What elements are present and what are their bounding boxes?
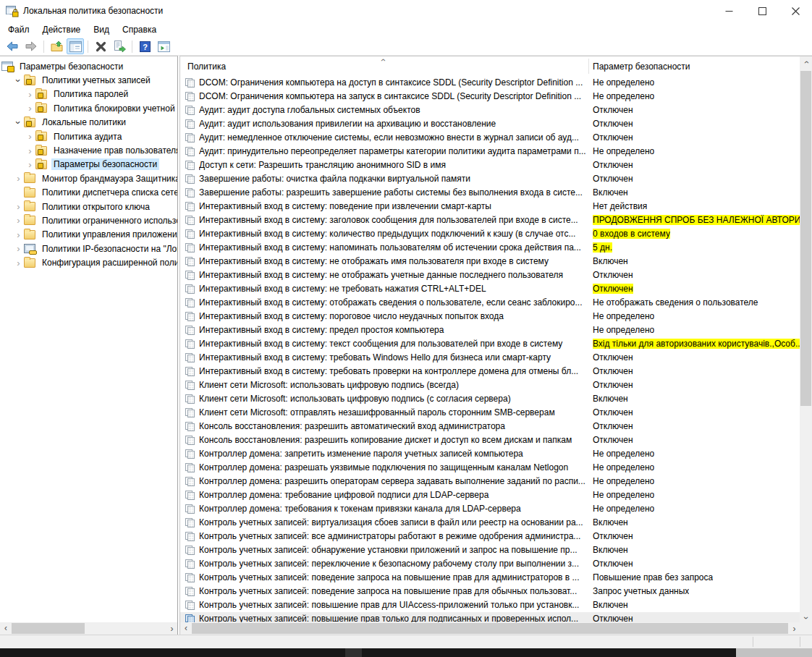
table-row[interactable]: Аудит: аудит использования привилегии на…: [180, 117, 800, 131]
list-vertical-scrollbar[interactable]: [800, 56, 812, 623]
scroll-left-icon[interactable]: [0, 622, 11, 635]
table-row[interactable]: DCOM: Ограничения компьютера на доступ в…: [180, 76, 800, 90]
menu-help[interactable]: Справка: [116, 22, 163, 37]
up-one-level-icon[interactable]: [48, 38, 65, 54]
table-row[interactable]: Интерактивный вход в систему: напоминать…: [180, 241, 800, 255]
table-row[interactable]: Контроль учетных записей: поведение запр…: [180, 571, 800, 585]
table-row[interactable]: Завершение работы: разрешить завершение …: [180, 186, 800, 200]
table-row[interactable]: Интерактивный вход в систему: пороговое …: [180, 310, 800, 323]
table-row[interactable]: Контроллер домена: разрешать уязвимые по…: [180, 461, 800, 475]
chevron-icon[interactable]: [13, 174, 24, 183]
show-console-tree-icon[interactable]: [67, 38, 84, 54]
table-row[interactable]: Интерактивный вход в систему: заголовок …: [180, 213, 800, 227]
scrollbar-thumb[interactable]: [12, 623, 85, 634]
tree-item[interactable]: Конфигурация расширенной полит: [0, 255, 177, 269]
table-row[interactable]: Контроллер домена: запретить изменение п…: [180, 447, 800, 461]
tree-item[interactable]: Политики IP-безопасности на "Лок: [0, 242, 177, 255]
scrollbar-thumb[interactable]: [800, 71, 811, 406]
tree-item[interactable]: Назначение прав пользователя: [0, 143, 177, 157]
table-row[interactable]: Интерактивный вход в систему: текст сооб…: [180, 337, 800, 351]
table-row[interactable]: Контроллер домена: разрешить операторам …: [180, 475, 800, 488]
scroll-down-icon[interactable]: [800, 612, 812, 623]
tree-item[interactable]: Локальные политики: [0, 116, 177, 130]
help-icon[interactable]: ?: [136, 38, 153, 54]
security-setting-cell: Включен: [593, 517, 628, 527]
scroll-up-icon[interactable]: [800, 56, 812, 67]
table-row[interactable]: Контроль учетных записей: поведение запр…: [180, 585, 800, 598]
sort-ascending-icon[interactable]: [381, 56, 384, 65]
chevron-icon[interactable]: [13, 118, 24, 127]
chevron-icon[interactable]: [25, 160, 35, 169]
list-horizontal-scrollbar[interactable]: [180, 622, 800, 635]
table-row[interactable]: Завершение работы: очистка файла подкачк…: [180, 172, 800, 186]
tree-item[interactable]: Политики открытого ключа: [0, 200, 177, 213]
scroll-right-icon[interactable]: [789, 622, 800, 635]
column-header-security-setting[interactable]: Параметр безопасности: [593, 62, 690, 72]
table-row[interactable]: Консоль восстановления: разрешить копиро…: [180, 433, 800, 447]
menu-file[interactable]: Файл: [1, 22, 36, 37]
minimize-button[interactable]: [712, 0, 745, 22]
show-window-icon[interactable]: [155, 38, 172, 54]
chevron-icon[interactable]: [25, 90, 35, 99]
table-row[interactable]: Интерактивный вход в систему: не требова…: [180, 282, 800, 296]
table-row[interactable]: Интерактивный вход в систему: не отображ…: [180, 268, 800, 282]
tree-item[interactable]: Политики учетных записей: [0, 73, 177, 87]
tree-item[interactable]: Параметры безопасности: [0, 59, 177, 73]
tree-item[interactable]: Политики управления приложения: [0, 228, 177, 242]
table-row[interactable]: Клиент сети Microsoft: использовать цифр…: [180, 378, 800, 392]
chevron-icon[interactable]: [13, 244, 24, 253]
menu-action[interactable]: Действие: [36, 22, 88, 37]
tree-item[interactable]: Политики ограниченного использо: [0, 213, 177, 227]
delete-icon[interactable]: [92, 38, 109, 54]
chevron-icon[interactable]: [13, 216, 24, 225]
tree-item[interactable]: Монитор брандмауэра Защитника ': [0, 171, 177, 185]
table-row[interactable]: Клиент сети Microsoft: использовать цифр…: [180, 392, 800, 406]
table-row[interactable]: Контроль учетных записей: переключение к…: [180, 557, 800, 571]
table-row[interactable]: Интерактивный вход в систему: отображать…: [180, 296, 800, 310]
column-header-policy[interactable]: Политика: [187, 62, 226, 72]
table-row[interactable]: DCOM: Ограничения компьютера на запуск в…: [180, 90, 800, 103]
table-row[interactable]: Контроль учетных записей: все администра…: [180, 530, 800, 543]
tree-item[interactable]: Политика аудита: [0, 130, 177, 143]
chevron-icon[interactable]: [13, 202, 24, 211]
tree-item[interactable]: Политика паролей: [0, 88, 177, 101]
chevron-icon[interactable]: [13, 230, 24, 240]
table-row[interactable]: Консоль восстановления: разрешить автома…: [180, 420, 800, 433]
chevron-icon[interactable]: [13, 258, 24, 268]
export-list-icon[interactable]: [111, 38, 128, 54]
table-row[interactable]: Контроль учетных записей: виртуализация …: [180, 516, 800, 530]
menu-view[interactable]: Вид: [87, 22, 116, 37]
chevron-icon[interactable]: [25, 146, 35, 156]
tree-item[interactable]: Политика блокировки учетной з: [0, 101, 177, 115]
close-button[interactable]: [779, 0, 812, 22]
chevron-icon[interactable]: [25, 132, 35, 141]
table-row[interactable]: Контроль учетных записей: обнаружение ус…: [180, 543, 800, 557]
chevron-icon[interactable]: [25, 103, 35, 113]
table-row[interactable]: Интерактивный вход в систему: количество…: [180, 227, 800, 241]
tree-horizontal-scrollbar[interactable]: [0, 622, 177, 635]
table-row[interactable]: Аудит: аудит доступа глобальных системны…: [180, 103, 800, 117]
table-row[interactable]: Клиент сети Microsoft: отправлять незаши…: [180, 406, 800, 420]
forward-icon[interactable]: [22, 38, 40, 54]
table-row[interactable]: Доступ к сети: Разрешить трансляцию анон…: [180, 158, 800, 172]
table-row[interactable]: Аудит: немедленное отключение системы, е…: [180, 131, 800, 145]
table-row[interactable]: Интерактивный вход в систему: не отображ…: [180, 255, 800, 268]
table-row[interactable]: Интерактивный вход в систему: требовать …: [180, 365, 800, 378]
table-row[interactable]: Контроль учетных записей: повышение прав…: [180, 612, 800, 623]
tree-item[interactable]: Параметры безопасности: [0, 158, 177, 171]
table-row[interactable]: Интерактивный вход в систему: поведение …: [180, 200, 800, 213]
table-row[interactable]: Аудит: принудительно переопределяет пара…: [180, 145, 800, 158]
column-divider[interactable]: [588, 59, 589, 74]
tree-item[interactable]: Политики диспетчера списка сетей: [0, 186, 177, 200]
scrollbar-thumb[interactable]: [192, 623, 788, 634]
table-row[interactable]: Контроллер домена: требование цифровой п…: [180, 488, 800, 502]
table-row[interactable]: Контроль учетных записей: повышение прав…: [180, 598, 800, 612]
table-row[interactable]: Контроллер домена: требования к токенам …: [180, 502, 800, 516]
maximize-button[interactable]: [745, 0, 779, 22]
table-row[interactable]: Интерактивный вход в систему: предел про…: [180, 323, 800, 337]
chevron-icon[interactable]: [13, 76, 24, 85]
scroll-right-icon[interactable]: [166, 622, 177, 635]
back-icon[interactable]: [4, 38, 21, 54]
table-row[interactable]: Интерактивный вход в систему: требовать …: [180, 351, 800, 365]
scroll-left-icon[interactable]: [180, 622, 191, 635]
